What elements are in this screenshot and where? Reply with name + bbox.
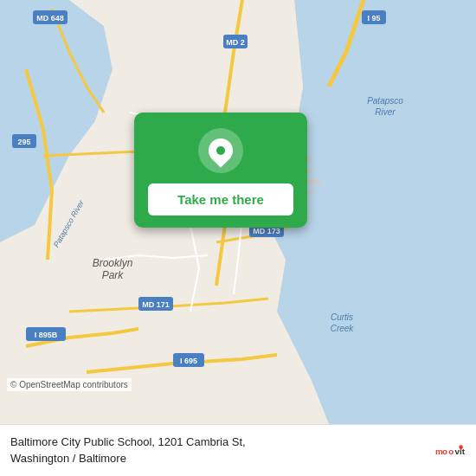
address-line1: Baltimore City Public School, 1201 Cambr… — [10, 435, 246, 448]
address-info: Baltimore City Public School, 1201 Cambr… — [10, 434, 434, 466]
svg-text:o: o — [448, 446, 453, 455]
map-container: I 95 MD 2 MD 2 295 MD 648 MD 173 MD 171 … — [0, 0, 476, 424]
svg-text:Brooklyn: Brooklyn — [93, 257, 133, 269]
svg-text:I 695: I 695 — [180, 357, 197, 365]
bottom-bar: Baltimore City Public School, 1201 Cambr… — [0, 424, 476, 476]
location-popup: Take me there — [134, 113, 307, 228]
svg-text:295: 295 — [17, 138, 30, 146]
svg-point-34 — [459, 445, 463, 449]
svg-text:MD 2: MD 2 — [226, 38, 245, 47]
address-line2: Washington / Baltimore — [10, 452, 126, 465]
svg-text:m: m — [435, 446, 443, 455]
svg-text:I 895B: I 895B — [35, 331, 58, 339]
svg-text:o: o — [442, 446, 447, 455]
svg-text:Park: Park — [102, 269, 125, 281]
pin-icon — [203, 133, 238, 168]
moovit-logo: m o o vit — [434, 435, 466, 466]
location-icon — [198, 128, 243, 173]
svg-text:I 95: I 95 — [367, 14, 380, 23]
svg-text:MD 648: MD 648 — [36, 14, 64, 23]
svg-text:Creek: Creek — [331, 324, 355, 333]
take-me-there-button[interactable]: Take me there — [148, 183, 293, 215]
map-attribution: © OpenStreetMap contributors — [7, 378, 132, 391]
svg-text:River: River — [375, 107, 396, 117]
svg-text:Patapsco: Patapsco — [367, 96, 403, 106]
svg-text:Curtis: Curtis — [331, 312, 353, 322]
svg-text:MD 171: MD 171 — [142, 300, 170, 309]
moovit-logo-icon: m o o vit — [434, 435, 466, 466]
svg-text:MD 173: MD 173 — [253, 227, 280, 235]
